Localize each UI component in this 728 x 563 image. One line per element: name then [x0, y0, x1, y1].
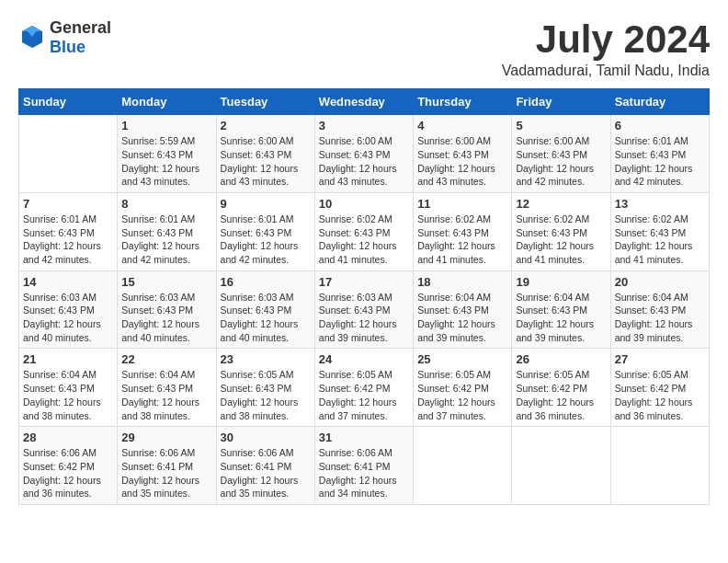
calendar-cell: 24Sunrise: 6:05 AMSunset: 6:42 PMDayligh…: [314, 349, 413, 427]
day-number: 13: [615, 197, 705, 211]
calendar-cell: 10Sunrise: 6:02 AMSunset: 6:43 PMDayligh…: [314, 192, 413, 270]
location: Vadamadurai, Tamil Nadu, India: [502, 63, 710, 79]
page-header: General Blue July 2024 Vadamadurai, Tami…: [18, 18, 710, 79]
day-info: Sunrise: 6:05 AMSunset: 6:42 PMDaylight:…: [615, 368, 705, 422]
day-info: Sunrise: 6:05 AMSunset: 6:43 PMDaylight:…: [221, 368, 311, 422]
calendar-cell: 20Sunrise: 6:04 AMSunset: 6:43 PMDayligh…: [610, 270, 709, 349]
day-info: Sunrise: 6:01 AMSunset: 6:43 PMDaylight:…: [615, 134, 705, 189]
day-number: 18: [417, 275, 507, 289]
day-number: 9: [221, 197, 311, 211]
day-number: 26: [516, 352, 606, 366]
calendar-cell: 3Sunrise: 6:00 AMSunset: 6:43 PMDaylight…: [314, 115, 413, 193]
calendar-cell: [414, 427, 512, 505]
calendar-week-5: 28Sunrise: 6:06 AMSunset: 6:42 PMDayligh…: [19, 427, 710, 505]
day-number: 5: [516, 119, 606, 132]
day-number: 4: [417, 119, 507, 132]
day-number: 24: [319, 352, 409, 366]
day-number: 7: [23, 197, 113, 211]
day-number: 21: [23, 352, 113, 366]
calendar-cell: 27Sunrise: 6:05 AMSunset: 6:42 PMDayligh…: [610, 349, 709, 427]
day-info: Sunrise: 5:59 AMSunset: 6:43 PMDaylight:…: [121, 134, 211, 189]
calendar-cell: 28Sunrise: 6:06 AMSunset: 6:42 PMDayligh…: [19, 427, 118, 505]
day-info: Sunrise: 6:04 AMSunset: 6:43 PMDaylight:…: [417, 291, 507, 345]
header-row: Sunday Monday Tuesday Wednesday Thursday…: [19, 89, 710, 115]
calendar-cell: 18Sunrise: 6:04 AMSunset: 6:43 PMDayligh…: [414, 270, 512, 349]
day-number: 11: [417, 197, 507, 211]
calendar-cell: 7Sunrise: 6:01 AMSunset: 6:43 PMDaylight…: [19, 192, 118, 270]
day-info: Sunrise: 6:00 AMSunset: 6:43 PMDaylight:…: [221, 134, 311, 189]
col-tuesday: Tuesday: [216, 89, 314, 115]
calendar-week-2: 7Sunrise: 6:01 AMSunset: 6:43 PMDaylight…: [19, 192, 710, 270]
calendar-cell: 1Sunrise: 5:59 AMSunset: 6:43 PMDaylight…: [118, 115, 216, 193]
day-number: 3: [319, 119, 409, 132]
day-info: Sunrise: 6:02 AMSunset: 6:43 PMDaylight:…: [319, 213, 409, 267]
calendar-cell: 17Sunrise: 6:03 AMSunset: 6:43 PMDayligh…: [314, 270, 413, 349]
calendar-cell: 13Sunrise: 6:02 AMSunset: 6:43 PMDayligh…: [610, 192, 709, 270]
day-info: Sunrise: 6:01 AMSunset: 6:43 PMDaylight:…: [23, 213, 113, 267]
day-number: 6: [615, 119, 705, 132]
calendar-cell: 5Sunrise: 6:00 AMSunset: 6:43 PMDaylight…: [512, 115, 610, 193]
calendar-week-1: 1Sunrise: 5:59 AMSunset: 6:43 PMDaylight…: [19, 115, 710, 193]
day-number: 29: [121, 431, 211, 444]
day-info: Sunrise: 6:02 AMSunset: 6:43 PMDaylight:…: [615, 213, 705, 267]
day-info: Sunrise: 6:06 AMSunset: 6:41 PMDaylight:…: [121, 446, 211, 500]
calendar-cell: 9Sunrise: 6:01 AMSunset: 6:43 PMDaylight…: [216, 192, 314, 270]
day-info: Sunrise: 6:05 AMSunset: 6:42 PMDaylight:…: [516, 368, 606, 422]
day-info: Sunrise: 6:03 AMSunset: 6:43 PMDaylight:…: [319, 291, 409, 345]
day-info: Sunrise: 6:03 AMSunset: 6:43 PMDaylight:…: [221, 291, 311, 345]
day-number: 1: [121, 119, 211, 132]
calendar-cell: 16Sunrise: 6:03 AMSunset: 6:43 PMDayligh…: [216, 270, 314, 349]
day-number: 25: [417, 352, 507, 366]
day-number: 12: [516, 197, 606, 211]
calendar-cell: [610, 427, 709, 505]
calendar-cell: 23Sunrise: 6:05 AMSunset: 6:43 PMDayligh…: [216, 349, 314, 427]
calendar-cell: 6Sunrise: 6:01 AMSunset: 6:43 PMDaylight…: [610, 115, 709, 193]
col-wednesday: Wednesday: [314, 89, 413, 115]
logo-general: General: [50, 18, 111, 37]
day-info: Sunrise: 6:04 AMSunset: 6:43 PMDaylight:…: [23, 368, 113, 422]
calendar-cell: 21Sunrise: 6:04 AMSunset: 6:43 PMDayligh…: [19, 349, 118, 427]
logo-text: General Blue: [50, 18, 111, 57]
calendar-cell: 22Sunrise: 6:04 AMSunset: 6:43 PMDayligh…: [118, 349, 216, 427]
day-info: Sunrise: 6:05 AMSunset: 6:42 PMDaylight:…: [417, 368, 507, 422]
calendar-table: Sunday Monday Tuesday Wednesday Thursday…: [18, 88, 710, 505]
col-sunday: Sunday: [19, 89, 118, 115]
day-number: 30: [221, 431, 311, 444]
calendar-cell: 31Sunrise: 6:06 AMSunset: 6:41 PMDayligh…: [314, 427, 413, 505]
calendar-cell: 4Sunrise: 6:00 AMSunset: 6:43 PMDaylight…: [414, 115, 512, 193]
calendar-week-4: 21Sunrise: 6:04 AMSunset: 6:43 PMDayligh…: [19, 349, 710, 427]
calendar-week-3: 14Sunrise: 6:03 AMSunset: 6:43 PMDayligh…: [19, 270, 710, 349]
day-info: Sunrise: 6:04 AMSunset: 6:43 PMDaylight:…: [615, 291, 705, 345]
day-info: Sunrise: 6:04 AMSunset: 6:43 PMDaylight:…: [516, 291, 606, 345]
day-number: 19: [516, 275, 606, 289]
day-number: 2: [221, 119, 311, 132]
day-info: Sunrise: 6:00 AMSunset: 6:43 PMDaylight:…: [319, 134, 409, 189]
day-info: Sunrise: 6:01 AMSunset: 6:43 PMDaylight:…: [121, 213, 211, 267]
calendar-cell: [19, 115, 118, 193]
col-thursday: Thursday: [414, 89, 512, 115]
day-info: Sunrise: 6:04 AMSunset: 6:43 PMDaylight:…: [121, 368, 211, 422]
day-info: Sunrise: 6:05 AMSunset: 6:42 PMDaylight:…: [319, 368, 409, 422]
day-info: Sunrise: 6:00 AMSunset: 6:43 PMDaylight:…: [417, 134, 507, 189]
calendar-cell: 29Sunrise: 6:06 AMSunset: 6:41 PMDayligh…: [118, 427, 216, 505]
calendar-cell: 26Sunrise: 6:05 AMSunset: 6:42 PMDayligh…: [512, 349, 610, 427]
calendar-cell: 14Sunrise: 6:03 AMSunset: 6:43 PMDayligh…: [19, 270, 118, 349]
day-info: Sunrise: 6:03 AMSunset: 6:43 PMDaylight:…: [121, 291, 211, 345]
col-saturday: Saturday: [610, 89, 709, 115]
day-number: 17: [319, 275, 409, 289]
calendar-header: Sunday Monday Tuesday Wednesday Thursday…: [19, 89, 710, 115]
title-block: July 2024 Vadamadurai, Tamil Nadu, India: [502, 18, 710, 79]
calendar-cell: 11Sunrise: 6:02 AMSunset: 6:43 PMDayligh…: [414, 192, 512, 270]
month-title: July 2024: [502, 18, 710, 61]
col-monday: Monday: [118, 89, 216, 115]
calendar-cell: 25Sunrise: 6:05 AMSunset: 6:42 PMDayligh…: [414, 349, 512, 427]
logo-icon: [18, 22, 46, 53]
day-number: 16: [221, 275, 311, 289]
day-info: Sunrise: 6:06 AMSunset: 6:41 PMDaylight:…: [319, 446, 409, 500]
day-info: Sunrise: 6:02 AMSunset: 6:43 PMDaylight:…: [417, 213, 507, 267]
day-info: Sunrise: 6:06 AMSunset: 6:42 PMDaylight:…: [23, 446, 113, 500]
calendar-cell: 12Sunrise: 6:02 AMSunset: 6:43 PMDayligh…: [512, 192, 610, 270]
day-number: 27: [615, 352, 705, 366]
logo: General Blue: [18, 18, 111, 57]
day-info: Sunrise: 6:03 AMSunset: 6:43 PMDaylight:…: [23, 291, 113, 345]
